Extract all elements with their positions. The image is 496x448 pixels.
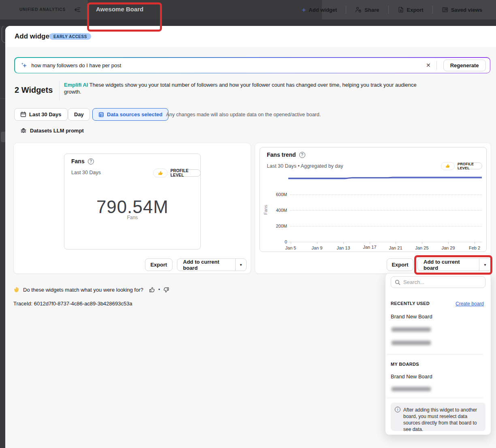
x-tick-jan21: Jan 21 <box>383 245 408 250</box>
export-doc-icon <box>398 6 404 13</box>
ai-sparkle-icon <box>21 62 28 69</box>
gridline-600m <box>290 194 482 195</box>
board-search-input[interactable] <box>403 279 481 285</box>
fans-trend-line <box>288 174 482 181</box>
add-to-board-label-fans[interactable]: Add to current board <box>177 259 232 271</box>
profile-level-badge: PROFILE LEVEL <box>457 162 482 169</box>
board-menu-item-redacted[interactable] <box>392 387 431 391</box>
caret-down-icon: ▾ <box>240 262 242 267</box>
thumbs-up-pill[interactable] <box>153 169 168 177</box>
fans-value-label: Fans <box>64 215 201 220</box>
top-bar: UNIFIED ANALYTICS Awesome Board + Add wi… <box>0 0 496 19</box>
ai-prompt-text[interactable]: how many followers do I have per post <box>32 62 421 68</box>
saved-views-icon <box>442 6 448 13</box>
ai-summary-text: These widgets show you your total number… <box>64 82 417 95</box>
export-button-fans-trend[interactable]: Export <box>387 258 413 271</box>
caret-down-icon: ▾ <box>484 262 486 267</box>
data-sources-grid-icon <box>98 112 104 117</box>
feedback-row: Do these widgets match what you were loo… <box>13 286 169 293</box>
trace-id: TraceId: 6012d7f0-8737-4c86-ac89-3b42869… <box>13 301 132 307</box>
board-tab-label[interactable]: Awesome Board <box>96 6 143 13</box>
collapse-sidebar-icon[interactable] <box>74 6 81 13</box>
x-tick-jan29: Jan 29 <box>436 245 460 250</box>
board-menu-caret-fans-trend[interactable]: ▾ <box>479 259 491 271</box>
gridline-400m <box>290 210 482 211</box>
granularity-button[interactable]: Day <box>68 108 90 121</box>
board-tab-strip <box>0 19 496 26</box>
board-menu-divider <box>387 398 483 398</box>
saved-views-button[interactable]: Saved views <box>433 6 491 13</box>
fans-trend-subtitle: Last 30 Days • Aggregated by day <box>267 163 343 169</box>
ai-prompt-inner: how many followers do I have per post ✕ … <box>15 58 490 73</box>
create-board-link[interactable]: Create board <box>456 301 484 307</box>
board-menu-item[interactable]: Brand New Board <box>391 314 432 320</box>
recently-used-header: RECENTLY USED <box>391 301 430 306</box>
add-to-board-split-button-fans-trend[interactable]: Add to current board ▾ <box>417 258 491 271</box>
dimmed-sidebar <box>0 26 5 448</box>
app-screen: UNIFIED ANALYTICS Awesome Board + Add wi… <box>0 0 496 448</box>
y-tick-600m: 600M <box>268 192 287 197</box>
add-to-board-label-fans-trend[interactable]: Add to current board <box>418 259 476 271</box>
saved-views-label: Saved views <box>451 7 482 13</box>
calendar-icon <box>20 111 26 117</box>
board-menu-item[interactable]: Brand New Board <box>391 373 432 380</box>
dimmed-sidebar-item <box>1 132 5 142</box>
thumbs-up-icon[interactable] <box>149 287 155 293</box>
bug-icon <box>20 127 27 134</box>
add-to-board-split-button-fans[interactable]: Add to current board ▾ <box>177 258 247 271</box>
x-tick-feb2: Feb 2 <box>462 245 487 250</box>
board-menu-caret-fans[interactable]: ▾ <box>235 259 246 271</box>
x-tick-mark <box>475 242 475 244</box>
data-sources-label: Data sources selected <box>107 111 162 117</box>
thumbs-up-pill[interactable] <box>441 162 455 170</box>
share-person-lock-icon <box>355 6 362 13</box>
y-tick-400m: 400M <box>268 208 287 213</box>
summary-divider <box>59 81 60 100</box>
my-boards-header: MY BOARDS <box>391 362 419 367</box>
topbar-actions: + Add widget Share <box>293 0 491 19</box>
export-label-topbar: Export <box>407 7 424 13</box>
regenerate-button[interactable]: Regenerate <box>443 60 486 71</box>
x-tick-mark <box>448 242 449 244</box>
y-axis-title: Fans <box>263 204 268 216</box>
x-tick-mark <box>422 242 422 244</box>
x-tick-jan9: Jan 9 <box>305 245 329 250</box>
export-button-topbar[interactable]: Export <box>389 6 432 13</box>
fans-title: Fans <box>71 158 85 164</box>
date-range-button[interactable]: Last 30 Days <box>14 108 68 121</box>
board-search-box[interactable] <box>391 276 485 288</box>
fans-subtitle: Last 30 Days <box>71 170 101 175</box>
ai-prompt-field[interactable]: how many followers do I have per post ✕ … <box>14 57 490 73</box>
modal-title: Add widget <box>15 32 52 41</box>
datasets-llm-prompt-label: Datasets LLM prompt <box>30 128 84 134</box>
date-range-label: Last 30 Days <box>29 111 62 117</box>
dimmed-sidebar-divider <box>0 98 5 99</box>
y-tick-200m: 200M <box>268 224 287 228</box>
x-tick-mark <box>370 242 370 244</box>
x-tick-mark <box>317 242 317 244</box>
export-button-fans[interactable]: Export <box>145 258 172 271</box>
x-tick-jan17: Jan 17 <box>358 245 382 250</box>
widget-count: 2 Widgets <box>15 85 53 95</box>
add-widget-label: Add widget <box>309 7 337 13</box>
board-menu-item-redacted[interactable] <box>392 341 431 345</box>
board-menu-item-redacted[interactable] <box>392 327 431 332</box>
share-button[interactable]: Share <box>346 6 388 13</box>
ai-brand-label: Emplifi AI <box>64 82 88 88</box>
add-widget-button[interactable]: + Add widget <box>293 6 346 13</box>
help-icon[interactable] <box>299 152 305 158</box>
profile-level-badge: PROFILE LEVEL <box>170 169 201 177</box>
waving-hand-icon <box>13 286 20 293</box>
clear-prompt-icon[interactable]: ✕ <box>421 62 436 68</box>
info-icon <box>395 407 400 412</box>
x-tick-jan25: Jan 25 <box>410 245 434 250</box>
feedback-question: Do these widgets match what you were loo… <box>23 287 143 293</box>
help-icon[interactable] <box>88 158 94 164</box>
fans-trend-title: Fans trend <box>267 151 296 158</box>
data-sources-button[interactable]: Data sources selected <box>92 108 168 121</box>
share-label: Share <box>364 7 379 13</box>
feedback-separator-dot: • <box>158 287 160 292</box>
board-menu-note: After adding this widget to another boar… <box>391 403 485 431</box>
thumbs-down-icon[interactable] <box>163 287 169 293</box>
datasets-llm-prompt[interactable]: Datasets LLM prompt <box>20 127 84 134</box>
